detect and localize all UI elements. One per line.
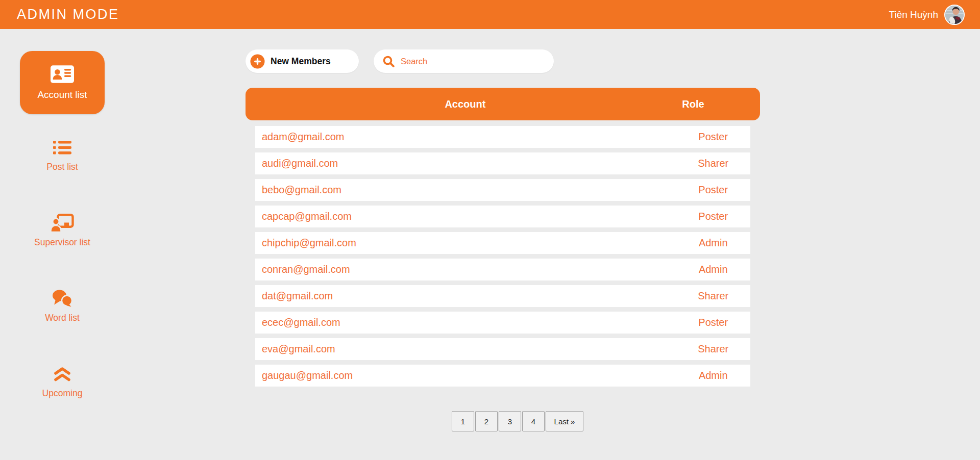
table-row[interactable]: capcap@gmail.com Poster <box>255 206 750 227</box>
account-cell: eva@gmail.com <box>262 338 335 360</box>
search-bar <box>374 49 554 73</box>
role-cell: Admin <box>699 259 728 280</box>
table-row[interactable]: adam@gmail.com Poster <box>255 126 750 148</box>
sidebar-item-upcoming[interactable]: Upcoming <box>20 365 105 399</box>
toolbar: New Members <box>246 49 760 73</box>
list-icon <box>20 139 105 156</box>
table-row[interactable]: chipchip@gmail.com Admin <box>255 232 750 254</box>
page-button-2[interactable]: 2 <box>475 411 498 431</box>
person-chalkboard-icon <box>20 214 105 232</box>
table-row[interactable]: bebo@gmail.com Poster <box>255 179 750 201</box>
sidebar-item-label: Supervisor list <box>20 237 105 248</box>
role-cell: Poster <box>698 206 728 227</box>
sidebar-item-account-list[interactable]: Account list <box>20 51 105 114</box>
account-cell: conran@gmail.com <box>262 259 350 280</box>
user-name: Tiên Huỳnh <box>889 9 938 20</box>
role-cell: Poster <box>698 126 728 148</box>
address-card-icon <box>51 65 74 83</box>
new-members-button[interactable]: New Members <box>246 49 359 73</box>
search-icon <box>383 56 395 67</box>
comments-icon <box>20 290 105 307</box>
page-button-last[interactable]: Last » <box>546 411 583 431</box>
role-cell: Poster <box>698 312 728 334</box>
new-members-label: New Members <box>271 56 331 67</box>
table-row[interactable]: ecec@gmail.com Poster <box>255 312 750 334</box>
page-button-3[interactable]: 3 <box>499 411 521 431</box>
role-cell: Admin <box>699 232 728 254</box>
account-cell: capcap@gmail.com <box>262 206 352 227</box>
sidebar: Account list Post list Supervisor list <box>0 29 125 399</box>
pagination: 1 2 3 4 Last » <box>452 411 760 431</box>
column-header-role: Role <box>682 98 704 110</box>
angles-up-icon <box>20 365 105 382</box>
search-input[interactable] <box>401 57 547 66</box>
sidebar-item-label: Post list <box>20 162 105 172</box>
table-body: adam@gmail.com Poster audi@gmail.com Sha… <box>255 126 750 387</box>
role-cell: Sharer <box>698 285 728 307</box>
account-cell: bebo@gmail.com <box>262 179 341 201</box>
table-row[interactable]: conran@gmail.com Admin <box>255 259 750 280</box>
sidebar-item-post-list[interactable]: Post list <box>20 139 105 172</box>
plus-circle-icon <box>250 54 265 69</box>
page-button-1[interactable]: 1 <box>452 411 474 431</box>
table-row[interactable]: audi@gmail.com Sharer <box>255 152 750 174</box>
account-cell: adam@gmail.com <box>262 126 344 148</box>
app-title: ADMIN MODE <box>17 7 119 22</box>
page-button-4[interactable]: 4 <box>522 411 545 431</box>
sidebar-item-label: Account list <box>37 89 87 100</box>
sidebar-item-supervisor-list[interactable]: Supervisor list <box>20 214 105 248</box>
table-header: Account Role <box>246 88 760 120</box>
user-menu[interactable]: Tiên Huỳnh <box>889 5 965 25</box>
table-row[interactable]: dat@gmail.com Sharer <box>255 285 750 307</box>
sidebar-item-word-list[interactable]: Word list <box>20 290 105 323</box>
account-cell: dat@gmail.com <box>262 285 333 307</box>
sidebar-item-label: Upcoming <box>20 388 105 399</box>
top-bar: ADMIN MODE Tiên Huỳnh <box>0 0 980 29</box>
account-cell: chipchip@gmail.com <box>262 232 356 254</box>
sidebar-item-label: Word list <box>20 313 105 323</box>
table-row[interactable]: eva@gmail.com Sharer <box>255 338 750 360</box>
role-cell: Sharer <box>698 152 728 174</box>
role-cell: Sharer <box>698 338 728 360</box>
user-avatar[interactable] <box>944 5 965 25</box>
table-row[interactable]: gaugau@gmail.com Admin <box>255 365 750 387</box>
account-cell: audi@gmail.com <box>262 152 338 174</box>
account-cell: gaugau@gmail.com <box>262 365 353 387</box>
account-cell: ecec@gmail.com <box>262 312 340 334</box>
main-content: New Members Account Role adam@gmail.com … <box>246 49 760 431</box>
role-cell: Admin <box>699 365 728 387</box>
avatar-photo <box>945 6 964 24</box>
column-header-account: Account <box>445 98 485 110</box>
role-cell: Poster <box>698 179 728 201</box>
